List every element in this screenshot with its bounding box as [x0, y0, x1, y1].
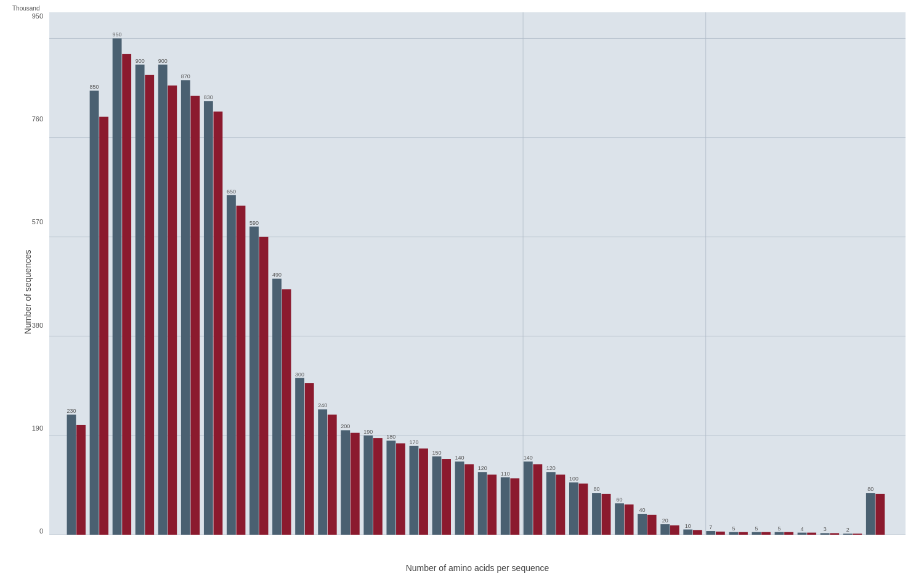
- svg-rect-128: [752, 532, 761, 535]
- svg-text:900: 900: [158, 58, 168, 64]
- svg-rect-13: [99, 117, 108, 535]
- svg-rect-57: [351, 433, 360, 535]
- svg-text:870: 870: [181, 73, 190, 79]
- y-axis-title: Number of sequences: [23, 230, 33, 354]
- svg-rect-136: [798, 533, 807, 535]
- svg-rect-125: [739, 532, 748, 535]
- svg-text:100: 100: [569, 476, 578, 482]
- svg-rect-124: [729, 532, 738, 535]
- svg-text:5: 5: [778, 525, 781, 532]
- svg-text:900: 900: [136, 58, 145, 64]
- svg-rect-73: [442, 459, 451, 535]
- svg-rect-12: [90, 91, 99, 535]
- svg-text:830: 830: [204, 94, 213, 100]
- svg-text:20: 20: [662, 517, 668, 524]
- chart-svg: 230<5085051-100950101-150900151-20090020…: [49, 12, 906, 535]
- svg-rect-41: [259, 237, 269, 535]
- svg-rect-132: [775, 532, 784, 535]
- svg-rect-141: [830, 533, 839, 535]
- svg-text:140: 140: [524, 455, 533, 461]
- svg-rect-20: [136, 65, 145, 535]
- svg-rect-24: [158, 65, 168, 535]
- svg-rect-64: [386, 440, 395, 535]
- svg-rect-92: [546, 472, 556, 535]
- svg-text:950: 950: [113, 31, 122, 38]
- svg-text:120: 120: [478, 465, 487, 471]
- svg-text:590: 590: [249, 220, 259, 226]
- svg-rect-116: [683, 530, 692, 535]
- svg-rect-77: [464, 464, 474, 535]
- svg-text:3: 3: [824, 526, 827, 532]
- svg-rect-144: [843, 533, 853, 535]
- svg-rect-65: [396, 444, 405, 535]
- svg-text:2: 2: [846, 527, 849, 533]
- svg-text:230: 230: [67, 408, 76, 414]
- svg-rect-133: [784, 532, 793, 535]
- svg-rect-109: [647, 515, 657, 535]
- svg-rect-81: [487, 474, 496, 535]
- y-label-950: 950: [12, 12, 43, 20]
- svg-rect-37: [237, 206, 246, 535]
- svg-rect-117: [693, 530, 702, 535]
- svg-rect-36: [227, 195, 236, 535]
- svg-rect-40: [249, 227, 259, 535]
- svg-rect-137: [807, 533, 816, 535]
- svg-rect-33: [214, 112, 223, 535]
- svg-text:80: 80: [867, 486, 873, 492]
- svg-text:190: 190: [363, 429, 373, 435]
- svg-rect-101: [602, 494, 611, 535]
- svg-rect-53: [328, 415, 337, 535]
- svg-text:80: 80: [593, 486, 599, 492]
- svg-rect-96: [569, 482, 578, 535]
- svg-rect-140: [821, 533, 830, 535]
- chart-container: Thousand 0 190 380 570 760 950 230<50850…: [0, 0, 924, 584]
- svg-text:170: 170: [409, 439, 418, 445]
- svg-rect-69: [419, 448, 428, 535]
- svg-text:200: 200: [341, 423, 350, 429]
- svg-rect-113: [670, 525, 679, 535]
- y-label-760: 760: [12, 115, 43, 123]
- svg-rect-100: [592, 493, 601, 535]
- svg-rect-16: [113, 38, 122, 535]
- svg-rect-80: [478, 472, 487, 535]
- svg-text:180: 180: [386, 434, 395, 440]
- svg-text:110: 110: [501, 471, 510, 477]
- svg-rect-61: [373, 438, 383, 535]
- svg-text:490: 490: [272, 272, 282, 278]
- svg-rect-76: [455, 461, 464, 535]
- svg-rect-68: [410, 446, 419, 535]
- svg-rect-145: [853, 533, 862, 535]
- svg-text:300: 300: [295, 371, 304, 378]
- svg-rect-48: [295, 378, 304, 535]
- svg-text:7: 7: [709, 524, 712, 530]
- svg-rect-9: [76, 425, 86, 535]
- svg-rect-25: [168, 86, 177, 535]
- y-label-190: 190: [12, 424, 43, 432]
- svg-rect-89: [533, 464, 542, 535]
- x-axis-title: Number of amino acids per sequence: [49, 563, 906, 573]
- svg-text:10: 10: [685, 523, 691, 529]
- svg-text:5: 5: [732, 525, 735, 532]
- svg-text:40: 40: [639, 507, 646, 513]
- svg-text:650: 650: [227, 189, 236, 195]
- svg-rect-149: [875, 494, 885, 535]
- svg-text:150: 150: [432, 450, 442, 456]
- svg-rect-45: [282, 289, 291, 535]
- svg-rect-8: [67, 415, 76, 535]
- svg-text:60: 60: [617, 497, 623, 503]
- svg-rect-21: [145, 75, 154, 535]
- svg-rect-52: [318, 409, 327, 535]
- svg-text:120: 120: [546, 465, 556, 471]
- svg-rect-29: [190, 96, 200, 535]
- svg-rect-129: [761, 532, 771, 535]
- svg-text:240: 240: [318, 402, 327, 408]
- svg-rect-105: [625, 505, 634, 535]
- svg-rect-44: [272, 278, 282, 535]
- svg-rect-28: [181, 80, 190, 535]
- y-thousand-label: Thousand: [12, 5, 39, 12]
- svg-rect-56: [341, 430, 350, 535]
- svg-rect-120: [706, 531, 715, 535]
- svg-text:140: 140: [455, 455, 464, 461]
- svg-rect-97: [579, 484, 588, 535]
- svg-rect-93: [556, 474, 565, 535]
